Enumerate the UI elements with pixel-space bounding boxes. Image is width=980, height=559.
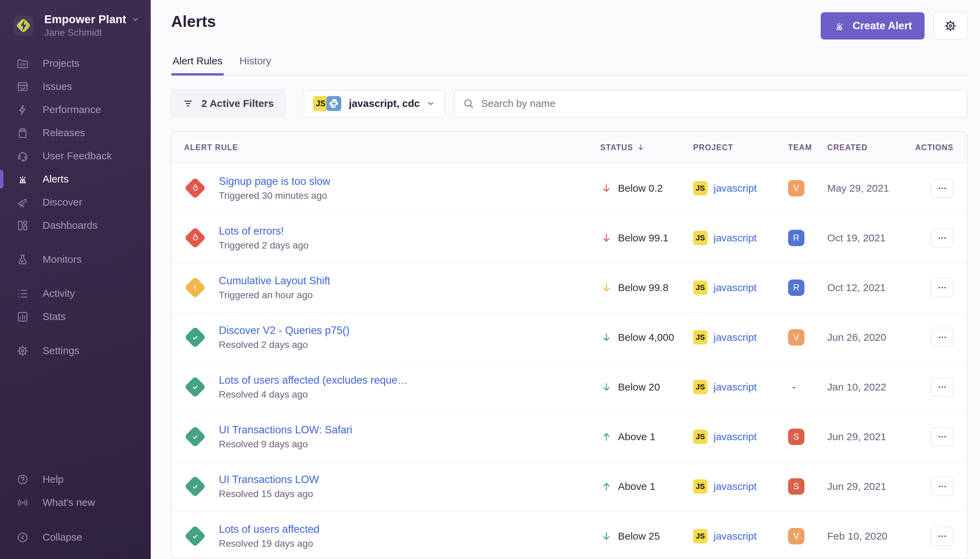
alert-rule-link[interactable]: Lots of users affected	[219, 523, 320, 536]
arrow-down-icon	[600, 381, 612, 393]
tab-history[interactable]: History	[238, 55, 272, 75]
sidebar-item-label: Settings	[43, 345, 79, 356]
sidebar-item-label: Alerts	[43, 173, 69, 185]
create-alert-button[interactable]: Create Alert	[821, 12, 924, 40]
created-date: Oct 12, 2021	[827, 282, 906, 293]
table-row[interactable]: Lots of users affected (excludes reque… …	[172, 362, 967, 412]
table-row[interactable]: UI Transactions LOW: Safari Resolved 9 d…	[172, 412, 967, 461]
alert-rule-link[interactable]: UI Transactions LOW	[219, 473, 319, 486]
stats-icon	[16, 311, 29, 323]
sidebar-item-stats[interactable]: Stats	[0, 305, 151, 328]
table-header: ALERT RULESTATUSPROJECTTEAMCREATEDACTION…	[172, 132, 967, 164]
project-link[interactable]: javascript	[714, 232, 757, 244]
row-actions-button[interactable]	[931, 427, 954, 446]
row-actions-button[interactable]	[931, 527, 954, 546]
alert-rule-subtitle: Triggered an hour ago	[219, 290, 330, 301]
sidebar-item-collapse[interactable]: Collapse	[0, 526, 151, 549]
sidebar-item-label: Discover	[43, 197, 82, 208]
javascript-icon: JS	[693, 430, 708, 444]
row-actions-button[interactable]	[931, 278, 954, 297]
sidebar-item-label: Performance	[43, 104, 101, 116]
table-row[interactable]: Cumulative Layout Shift Triggered an hou…	[172, 263, 967, 313]
org-switcher[interactable]: Empower Plant Jane Schmidt	[0, 13, 151, 38]
sidebar-item-label: Collapse	[43, 531, 82, 543]
alert-rule-link[interactable]: Discover V2 - Queries p75()	[219, 324, 350, 337]
team-badge: R	[788, 280, 804, 296]
project-link[interactable]: javascript	[714, 481, 757, 492]
project-link[interactable]: javascript	[714, 531, 757, 542]
tab-alert-rules[interactable]: Alert Rules	[171, 55, 224, 75]
alert-rule-link[interactable]: Lots of errors!	[219, 225, 309, 237]
status-value: Below 99.1	[618, 232, 668, 244]
gear-icon	[944, 20, 957, 32]
row-actions-button[interactable]	[931, 179, 954, 198]
sidebar-item-label: Monitors	[43, 254, 82, 265]
table-row[interactable]: Lots of errors! Triggered 2 days ago Bel…	[172, 213, 967, 263]
row-actions-button[interactable]	[931, 477, 954, 496]
team-badge: S	[788, 428, 804, 445]
alert-rule-link[interactable]: Cumulative Layout Shift	[219, 275, 330, 287]
org-name: Empower Plant	[44, 13, 126, 26]
row-actions-button[interactable]	[931, 377, 954, 397]
alert-rule-link[interactable]: UI Transactions LOW: Safari	[219, 424, 352, 436]
sidebar-item-dashboards[interactable]: Dashboards	[0, 214, 151, 237]
performance-icon	[16, 104, 29, 116]
alerts-icon	[16, 173, 29, 185]
project-selector-label: javascript, cdc	[349, 98, 419, 109]
alert-status-icon	[184, 277, 206, 299]
sidebar-item-settings[interactable]: Settings	[0, 339, 151, 362]
sidebar-item-projects[interactable]: Projects	[0, 52, 151, 75]
created-date: Feb 10, 2020	[827, 531, 906, 542]
team-badge: R	[788, 230, 804, 246]
sidebar-item-discover[interactable]: Discover	[0, 191, 151, 214]
team-cell: S	[788, 478, 827, 495]
sidebar-item-whats-new[interactable]: What's new	[0, 491, 151, 514]
alert-rule-link[interactable]: Signup page is too slow	[219, 175, 330, 188]
row-actions-button[interactable]	[931, 228, 954, 248]
column-header-status[interactable]: STATUS	[600, 143, 693, 152]
search-input[interactable]	[454, 90, 967, 117]
sidebar-item-alerts[interactable]: Alerts	[0, 167, 151, 191]
sidebar-footer: HelpWhat's newCollapse	[0, 468, 151, 549]
sidebar-item-releases[interactable]: Releases	[0, 121, 151, 144]
sidebar-item-issues[interactable]: Issues	[0, 75, 151, 98]
project-link[interactable]: javascript	[714, 182, 757, 194]
row-actions-button[interactable]	[931, 328, 954, 347]
alert-status-icon	[184, 227, 206, 249]
active-filters-button[interactable]: 2 Active Filters	[171, 90, 285, 117]
sidebar-item-activity[interactable]: Activity	[0, 282, 151, 305]
sidebar-item-help[interactable]: Help	[0, 468, 151, 491]
team-badge: V	[788, 329, 804, 346]
javascript-icon: JS	[313, 96, 328, 111]
project-link[interactable]: javascript	[714, 332, 757, 343]
created-date: Jun 26, 2020	[827, 332, 906, 343]
project-link[interactable]: javascript	[714, 282, 757, 293]
sidebar-item-label: What's new	[43, 497, 95, 508]
table-row[interactable]: Signup page is too slow Triggered 30 min…	[172, 164, 967, 213]
status-value: Below 99.8	[618, 282, 668, 293]
table-row[interactable]: Discover V2 - Queries p75() Resolved 2 d…	[172, 313, 967, 362]
alert-rule-link[interactable]: Lots of users affected (excludes reque…	[219, 374, 408, 386]
column-header-label: ACTIONS	[915, 143, 954, 152]
alert-rule-subtitle: Resolved 15 days ago	[219, 488, 319, 499]
status-value: Below 4,000	[618, 332, 674, 343]
sidebar-item-label: Releases	[43, 127, 85, 139]
create-alert-label: Create Alert	[852, 20, 912, 32]
table-row[interactable]: Lots of users affected Resolved 19 days …	[172, 511, 967, 559]
releases-icon	[16, 127, 29, 139]
sidebar-item-user-feedback[interactable]: User Feedback	[0, 144, 151, 167]
sidebar-item-label: Issues	[43, 81, 72, 92]
sidebar-item-label: Activity	[43, 288, 75, 299]
sidebar-item-performance[interactable]: Performance	[0, 98, 151, 121]
project-selector[interactable]: JS javascript, cdc	[304, 90, 444, 117]
project-link[interactable]: javascript	[714, 381, 757, 393]
sidebar-item-monitors[interactable]: Monitors	[0, 248, 151, 271]
table-row[interactable]: UI Transactions LOW Resolved 15 days ago…	[172, 461, 967, 511]
javascript-icon: JS	[693, 380, 708, 394]
column-header-created: CREATED	[827, 143, 906, 152]
arrow-down-icon	[600, 530, 612, 542]
sidebar-item-label: User Feedback	[43, 150, 112, 162]
arrow-down-icon	[600, 182, 612, 194]
project-link[interactable]: javascript	[714, 431, 757, 443]
alert-settings-button[interactable]	[934, 12, 967, 40]
